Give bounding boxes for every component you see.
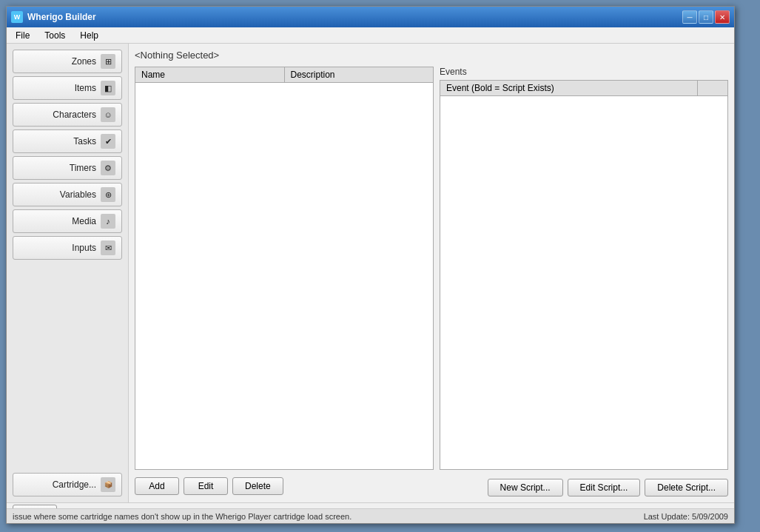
zones-icon: ⊞ [101, 54, 115, 69]
selection-title: <Nothing Selected> [135, 50, 728, 61]
buttons-section: Add Edit Delete New Script... Edit Scrip… [135, 476, 728, 496]
events-table: Event (Bold = Script Exists) [440, 80, 728, 470]
data-panel: Name Description [135, 67, 434, 470]
col-header-event: Event (Bold = Script Exists) [440, 81, 698, 95]
col-header-name: Name [135, 67, 285, 82]
edit-button[interactable]: Edit [184, 477, 228, 495]
menu-bar: File Tools Help [7, 27, 734, 44]
delete-script-button[interactable]: Delete Script... [645, 479, 728, 496]
col-header-description: Description [285, 67, 434, 82]
sidebar-label-media: Media [72, 216, 96, 226]
new-script-button[interactable]: New Script... [488, 479, 563, 496]
sidebar-item-tasks[interactable]: Tasks ✔ [13, 129, 122, 153]
panels-row: Name Description Events Event (Bold = Sc… [135, 67, 728, 470]
sidebar-label-characters: Characters [53, 110, 96, 120]
title-bar-left: W Wherigo Builder [11, 11, 96, 23]
events-buttons-row: New Script... Edit Script... Delete Scri… [488, 479, 728, 496]
sidebar-label-cartridge: Cartridge... [53, 479, 96, 490]
minimize-button[interactable]: ─ [682, 10, 697, 24]
events-table-body [440, 96, 727, 469]
menu-file[interactable]: File [10, 29, 36, 42]
sidebar-label-timers: Timers [70, 163, 96, 173]
characters-icon: ☺ [101, 107, 115, 122]
close-button[interactable]: ✕ [715, 10, 730, 24]
sidebar-item-zones[interactable]: Zones ⊞ [13, 50, 122, 73]
sidebar-item-items[interactable]: Items ◧ [13, 76, 122, 100]
events-table-header: Event (Bold = Script Exists) [440, 81, 727, 96]
add-button[interactable]: Add [135, 477, 179, 495]
sidebar-label-inputs: Inputs [72, 243, 96, 253]
sidebar-label-tasks: Tasks [73, 136, 96, 147]
sidebar-item-timers[interactable]: Timers ⚙ [13, 156, 122, 180]
last-update-text: Last Update: 5/09/2009 [644, 512, 728, 521]
maximize-button[interactable]: □ [699, 10, 713, 24]
info-text: issue where some cartridge names don't s… [13, 512, 352, 521]
sidebar-label-items: Items [75, 83, 96, 93]
sidebar-item-characters[interactable]: Characters ☺ [13, 103, 122, 127]
items-icon: ◧ [101, 81, 115, 95]
sidebar-item-cartridge[interactable]: Cartridge... 📦 [13, 473, 122, 496]
edit-script-button[interactable]: Edit Script... [568, 479, 641, 496]
sidebar-label-variables: Variables [60, 189, 96, 200]
timers-icon: ⚙ [101, 161, 115, 175]
sidebar-item-variables[interactable]: Variables ⊛ [13, 183, 122, 206]
menu-help[interactable]: Help [74, 29, 104, 42]
main-content: Zones ⊞ Items ◧ Characters ☺ Tasks ✔ Tim… [7, 44, 734, 502]
sidebar: Zones ⊞ Items ◧ Characters ☺ Tasks ✔ Tim… [7, 44, 129, 502]
col-header-extra [698, 81, 727, 95]
delete-button[interactable]: Delete [232, 477, 283, 495]
events-panel: Events Event (Bold = Script Exists) [440, 67, 728, 470]
cartridge-icon: 📦 [101, 477, 115, 492]
tasks-icon: ✔ [101, 134, 115, 149]
title-controls: ─ □ ✕ [682, 10, 730, 24]
variables-icon: ⊛ [101, 187, 115, 202]
bottom-info-bar: issue where some cartridge names don't s… [7, 508, 734, 523]
data-panel-body [135, 83, 433, 469]
sidebar-item-inputs[interactable]: Inputs ✉ [13, 236, 122, 260]
inputs-icon: ✉ [101, 240, 115, 255]
data-panel-header: Name Description [135, 67, 433, 83]
menu-tools[interactable]: Tools [38, 29, 71, 42]
events-title: Events [440, 67, 728, 77]
app-icon: W [11, 11, 23, 23]
window-title: Wherigo Builder [27, 12, 96, 22]
right-panel: <Nothing Selected> Name Description Even… [129, 44, 734, 502]
sidebar-label-zones: Zones [72, 56, 96, 67]
sidebar-item-media[interactable]: Media ♪ [13, 209, 122, 233]
title-bar: W Wherigo Builder ─ □ ✕ [7, 7, 734, 27]
media-icon: ♪ [101, 214, 115, 229]
main-buttons-row: Add Edit Delete [135, 476, 283, 496]
